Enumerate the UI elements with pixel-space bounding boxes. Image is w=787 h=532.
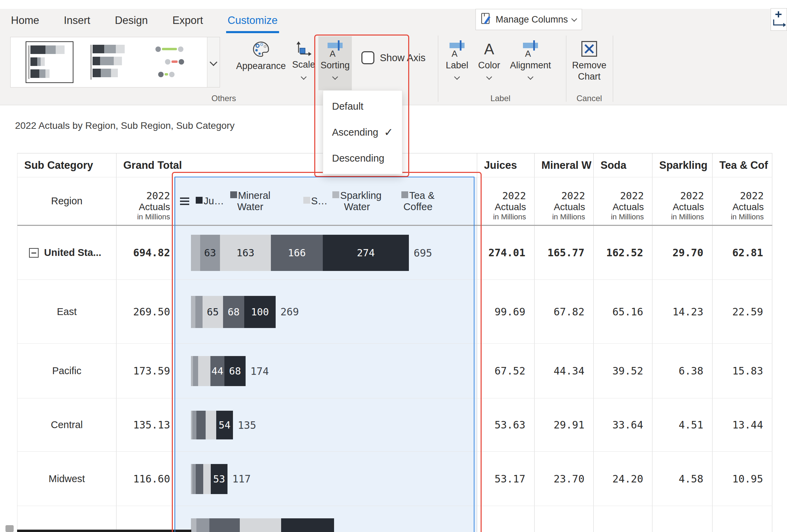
bar-total-label: 174	[250, 365, 269, 377]
stacked-bar[interactable]: 6568100269	[191, 296, 299, 328]
bottom-cut-row-strip	[17, 530, 191, 532]
row-label-midwest: Midwest	[17, 452, 116, 506]
partial-value-cell	[594, 506, 652, 532]
chevron-down-icon	[454, 74, 460, 80]
menu-item-descending[interactable]: Descending	[323, 146, 402, 170]
col-header-sparkling[interactable]: Sparkling	[652, 153, 713, 177]
col-header-soda[interactable]: Soda	[594, 153, 652, 177]
remove-chart-button[interactable]: Remove Chart	[567, 41, 611, 82]
bar-segment-mineral	[196, 464, 203, 494]
col-header-sub-category[interactable]: Sub Category	[17, 153, 116, 177]
bar-total-label: 269	[280, 306, 299, 318]
scroll-grip-fragment[interactable]	[5, 525, 14, 532]
grand-total-value: 135.13	[116, 398, 175, 451]
chevron-down-icon	[210, 58, 218, 66]
legend-item-top: S…	[303, 195, 328, 207]
label-icon: A	[449, 40, 465, 58]
cell-value: 29.91	[535, 398, 594, 451]
others-group-label: Others	[202, 94, 246, 103]
stacked-bar[interactable]: 53117	[191, 464, 251, 494]
partial-row	[17, 506, 772, 532]
chevron-down-icon	[571, 16, 577, 22]
checkmark-icon: ✓	[384, 126, 393, 139]
legend-item-top: Ju…	[196, 195, 224, 207]
cell-value: 274.01	[477, 226, 535, 279]
menu-item-label: Ascending	[332, 127, 378, 138]
label-button[interactable]: A Label	[442, 40, 472, 79]
bar-segment-soda	[240, 518, 281, 532]
drag-handle-icon[interactable]	[180, 197, 189, 205]
partial-chart-cell	[175, 506, 477, 532]
stacked-bar-thumbnail[interactable]	[88, 41, 136, 83]
cell-value: 67.52	[477, 344, 535, 398]
tab-home[interactable]: Home	[11, 11, 39, 33]
chevron-down-icon	[486, 74, 492, 80]
col-header-juices[interactable]: Juices	[477, 153, 535, 177]
col-header-mineral-w[interactable]: Mineral W	[535, 153, 594, 177]
color-icon: A	[484, 40, 494, 58]
scale-button[interactable]: Scale	[289, 40, 318, 79]
bar-segment-mineral: 44	[210, 356, 224, 386]
bar-segment-sparkling	[191, 518, 196, 532]
appearance-button[interactable]: Appearance	[236, 40, 286, 71]
row-label-pacific: Pacific	[17, 344, 116, 398]
chart-cell: 63163166274695	[175, 226, 477, 279]
stacked-bar-thumbnail-selected[interactable]	[26, 41, 73, 83]
menu-item-default[interactable]: Default	[323, 94, 402, 118]
color-button[interactable]: A Color	[475, 40, 503, 79]
bar-segment-soda	[203, 464, 211, 494]
value-column-header: 2022Actualsin Millions	[713, 177, 772, 225]
partial-value-cell	[652, 506, 713, 532]
add-chart-button[interactable]	[771, 8, 787, 31]
grand-total-value: 269.50	[116, 280, 175, 343]
sorting-dropdown-menu: DefaultAscending✓Descending	[323, 90, 402, 174]
collapse-icon[interactable]	[29, 248, 39, 258]
cell-value: 15.83	[713, 344, 772, 398]
stacked-bar[interactable]: 4468174	[191, 356, 269, 386]
show-axis-checkbox[interactable]	[361, 51, 374, 64]
cell-value: 6.38	[652, 344, 713, 398]
tab-customize[interactable]: Customize	[227, 11, 277, 33]
cell-value: 165.77	[535, 226, 594, 279]
value-column-header: 2022Actualsin Millions	[535, 177, 594, 225]
label-group-label: Label	[478, 94, 523, 103]
legend-label: Sparkling	[340, 190, 382, 201]
stacked-bar[interactable]: 54135	[191, 411, 256, 439]
sorting-button[interactable]: A Sorting	[318, 36, 352, 90]
row-label-text: United Sta...	[44, 247, 101, 258]
gallery-expand-button[interactable]	[207, 37, 220, 87]
manage-columns-button[interactable]: Manage Columns	[475, 9, 582, 30]
stacked-bar[interactable]: 63163166274695	[191, 235, 432, 271]
cell-value: 62.81	[713, 226, 772, 279]
chart-cell: 54135	[175, 398, 477, 451]
menu-item-ascending[interactable]: Ascending✓	[323, 120, 402, 144]
tab-export[interactable]: Export	[172, 11, 203, 33]
remove-chart-label-1: Remove	[572, 60, 607, 71]
value-header-word: Actuals	[495, 202, 526, 213]
value-header-year: 2022	[680, 190, 704, 202]
tab-design[interactable]: Design	[115, 11, 148, 33]
bar-total-label: 695	[414, 247, 432, 259]
value-header-unit: in Millions	[671, 213, 704, 221]
bar-segment-tea: 63	[200, 235, 220, 271]
bar-segment-soda	[198, 356, 210, 386]
cell-value: 53.63	[477, 398, 535, 451]
bar-segment-mineral	[196, 411, 206, 439]
alignment-button[interactable]: A Alignment	[505, 40, 556, 79]
show-axis-control: Show Axis	[361, 51, 426, 64]
bar-segment-mineral	[209, 518, 240, 532]
cell-value: 44.34	[535, 344, 594, 398]
table-row: East269.50656810026999.6967.8265.1614.23…	[17, 280, 772, 344]
stacked-bar-partial[interactable]	[191, 518, 334, 532]
dumbbell-thumbnail[interactable]	[151, 41, 199, 83]
chart-type-gallery	[10, 37, 220, 87]
cell-value: 29.70	[652, 226, 713, 279]
table-row: United Sta...694.8263163166274695274.011…	[17, 226, 772, 280]
col-header-tea-cof[interactable]: Tea & Cof	[713, 153, 772, 177]
plus-axis-icon	[771, 9, 786, 30]
chart-cell: 4468174	[175, 344, 477, 398]
value-header-unit: in Millions	[137, 213, 170, 221]
tab-insert[interactable]: Insert	[64, 11, 91, 33]
col-header-grand-total[interactable]: Grand Total	[116, 153, 477, 177]
legend-label: Mineral	[238, 190, 271, 201]
